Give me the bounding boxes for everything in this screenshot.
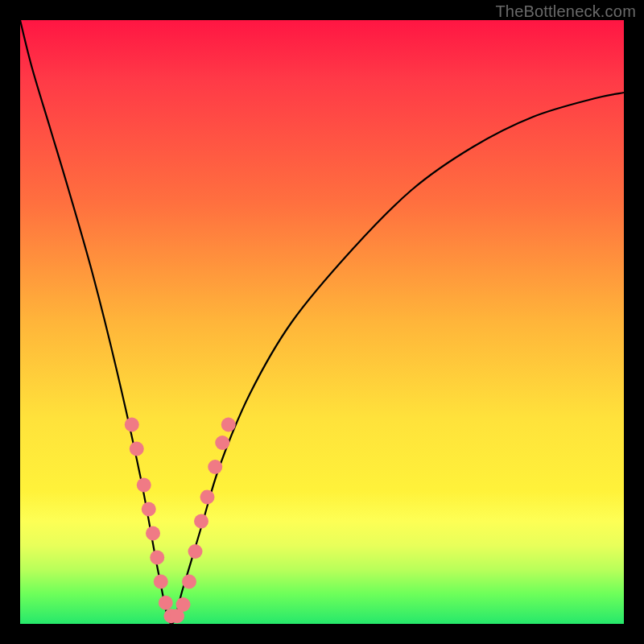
bottleneck-curve-path bbox=[20, 20, 624, 624]
trough-marker bbox=[130, 442, 144, 456]
trough-marker bbox=[142, 502, 156, 517]
trough-marker bbox=[154, 575, 168, 589]
trough-marker bbox=[146, 526, 160, 541]
trough-marker bbox=[200, 490, 215, 505]
plot-area bbox=[20, 20, 624, 624]
chart-frame: TheBottleneck.com bbox=[0, 0, 644, 644]
trough-marker bbox=[188, 544, 203, 559]
watermark-text: TheBottleneck.com bbox=[495, 2, 636, 21]
trough-marker bbox=[125, 418, 139, 432]
trough-marker bbox=[208, 460, 222, 474]
trough-marker bbox=[176, 597, 191, 612]
trough-marker bbox=[221, 418, 236, 432]
curve-layer bbox=[20, 20, 624, 624]
trough-marker bbox=[194, 514, 208, 529]
trough-marker bbox=[182, 575, 196, 589]
trough-marker bbox=[150, 551, 164, 565]
trough-marker bbox=[159, 596, 173, 610]
trough-marker bbox=[215, 436, 229, 450]
trough-marker bbox=[137, 478, 151, 493]
bottleneck-curve bbox=[20, 20, 624, 624]
trough-markers bbox=[125, 418, 236, 624]
